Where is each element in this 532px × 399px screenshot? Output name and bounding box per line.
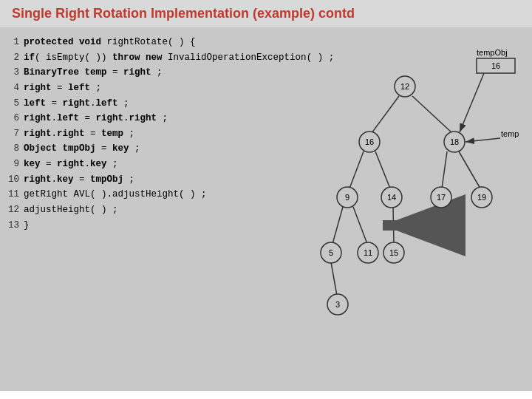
line-number: 3 [6, 65, 19, 81]
line-code: Object tmpObj = key ; [24, 141, 140, 157]
svg-text:tempObj: tempObj [477, 48, 508, 57]
code-line: 6 right.left = right.right ; [6, 111, 260, 126]
svg-line-6 [332, 207, 343, 244]
svg-line-40 [466, 138, 500, 142]
title-bar: Single Right Rotation Implementation (ex… [0, 0, 532, 27]
svg-line-0 [372, 96, 399, 133]
line-number: 2 [6, 50, 19, 66]
svg-text:16: 16 [491, 61, 500, 70]
svg-line-7 [353, 207, 367, 244]
tree-diagram: 16 tempObj temp 12 16 [266, 27, 532, 391]
svg-text:12: 12 [400, 82, 409, 91]
line-code: getRight AVL( ).adjustHeight( ) ; [24, 187, 207, 202]
svg-text:11: 11 [364, 248, 372, 257]
code-line: 13} [6, 218, 260, 233]
svg-line-5 [459, 151, 480, 188]
code-line: 9 key = right.key ; [6, 157, 260, 172]
line-code: key = right.key ; [24, 157, 118, 172]
line-code: right.right = temp ; [24, 126, 134, 142]
code-line: 2 if( isEmpty( )) throw new InvalidOpera… [6, 50, 260, 66]
line-number: 11 [6, 187, 19, 202]
line-number: 1 [6, 35, 19, 50]
code-line: 11 getRight AVL( ).adjustHeight( ) ; [6, 187, 260, 202]
code-line: 12 adjustHeight( ) ; [6, 202, 260, 218]
svg-text:16: 16 [365, 137, 374, 146]
code-panel: 1protected void rightRotate( ) {2 if( is… [0, 27, 266, 391]
code-line: 10 right.key = tmpObj ; [6, 172, 260, 188]
line-number: 6 [6, 111, 19, 126]
svg-text:17: 17 [437, 193, 446, 202]
code-line: 3 BinaryTree temp = right ; [6, 65, 260, 81]
line-number: 12 [6, 202, 19, 218]
svg-text:9: 9 [345, 193, 349, 202]
svg-text:19: 19 [477, 193, 486, 202]
svg-text:5: 5 [329, 248, 333, 257]
svg-line-1 [412, 96, 452, 133]
svg-line-4 [442, 151, 447, 188]
svg-text:18: 18 [450, 137, 459, 146]
line-code: protected void rightRotate( ) { [24, 35, 196, 50]
line-code: } [24, 218, 30, 233]
svg-line-9 [331, 262, 337, 296]
line-code: left = right.left ; [24, 96, 129, 112]
svg-text:temp: temp [501, 129, 519, 138]
code-line: 1protected void rightRotate( ) { [6, 35, 260, 50]
line-code: right = left ; [24, 81, 101, 96]
line-number: 7 [6, 126, 19, 142]
code-line: 7 right.right = temp ; [6, 126, 260, 142]
line-number: 5 [6, 96, 19, 112]
line-code: adjustHeight( ) ; [24, 202, 118, 218]
line-number: 9 [6, 157, 19, 172]
line-number: 10 [6, 172, 19, 188]
code-line: 8 Object tmpObj = key ; [6, 141, 260, 157]
code-line: 5 left = right.left ; [6, 96, 260, 112]
svg-text:15: 15 [389, 248, 398, 257]
line-number: 13 [6, 218, 19, 233]
svg-line-2 [349, 151, 364, 188]
line-code: right.key = tmpObj ; [24, 172, 134, 188]
svg-text:14: 14 [387, 193, 396, 202]
line-code: right.left = right.right ; [24, 111, 168, 126]
line-number: 4 [6, 81, 19, 96]
diagram-area: 16 tempObj temp 12 16 [266, 27, 532, 391]
line-number: 8 [6, 141, 19, 157]
svg-text:3: 3 [335, 300, 340, 309]
svg-line-3 [375, 151, 390, 188]
svg-line-39 [460, 73, 484, 132]
code-line: 4 right = left ; [6, 81, 260, 96]
page-title: Single Right Rotation Implementation (ex… [12, 6, 355, 21]
line-code: BinaryTree temp = right ; [24, 65, 163, 81]
